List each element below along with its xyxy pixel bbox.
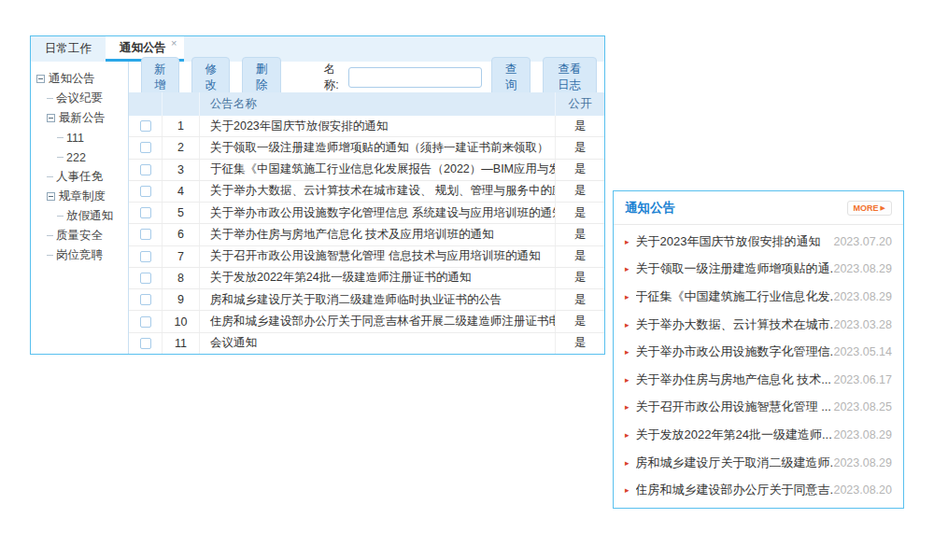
row-index: 4	[163, 181, 200, 202]
tree-branch-line	[57, 137, 64, 138]
tree-branch-line	[57, 157, 64, 158]
tree-item-label: 222	[66, 151, 86, 164]
row-checkbox[interactable]	[140, 251, 151, 262]
collapse-icon[interactable]	[47, 114, 55, 122]
more-label: MORE	[854, 203, 879, 213]
row-notice-name: 关于举办市政公用设施数字化管理信息 系统建设与应用培训班的通知	[200, 203, 556, 223]
collapse-icon[interactable]	[47, 192, 55, 201]
row-checkbox-cell	[129, 137, 163, 158]
bullet-triangle-icon: ▸	[625, 264, 630, 273]
notice-item-title: 关于召开市政公用设施智慧化管理 ...	[636, 399, 834, 415]
notice-list-item[interactable]: ▸ 关于发放2022年第24批一级建造师... 2023.08.29	[625, 421, 892, 449]
tab-label: 通知公告	[120, 40, 166, 56]
notice-list-item[interactable]: ▸ 于征集《中国建筑施工行业信息化发... 2023.08.29	[625, 283, 892, 311]
delete-button[interactable]: 删除	[242, 57, 280, 98]
name-filter-input[interactable]	[348, 67, 482, 88]
row-notice-name: 关于召开市政公用设施智慧化管理 信息技术与应用培训班的通知	[200, 246, 556, 267]
view-log-button[interactable]: 查看日志	[543, 57, 597, 98]
notice-list-item[interactable]: ▸ 关于举办大数据、云计算技术在城市... 2023.03.28	[625, 311, 892, 339]
close-icon[interactable]: ×	[171, 37, 177, 49]
tree-item[interactable]: 最新公告	[47, 108, 126, 128]
tree-item[interactable]: 岗位竞聘	[47, 245, 126, 265]
row-checkbox-cell	[129, 289, 163, 310]
row-public-flag: 是	[556, 224, 604, 245]
table-row[interactable]: 3 于征集《中国建筑施工行业信息化发展报告（2022）—BIM应用与发展》材料的…	[129, 160, 604, 181]
row-checkbox[interactable]	[140, 164, 151, 175]
table-row[interactable]: 4 关于举办大数据、云计算技术在城市建设、 规划、管理与服务中的应用培训班的..…	[129, 181, 604, 203]
row-checkbox[interactable]	[140, 120, 151, 132]
row-checkbox-cell	[129, 268, 163, 288]
bullet-triangle-icon: ▸	[625, 320, 630, 329]
table-row[interactable]: 8 关于发放2022年第24批一级建造师注册证书的通知 是	[129, 268, 604, 289]
row-checkbox[interactable]	[140, 186, 151, 197]
row-checkbox[interactable]	[140, 273, 151, 284]
query-button[interactable]: 查询	[491, 57, 530, 98]
notice-list-item[interactable]: ▸ 关于举办市政公用设施数字化管理信... 2023.05.14	[625, 338, 892, 366]
header-index-column	[163, 92, 200, 116]
table-row[interactable]: 7 关于召开市政公用设施智慧化管理 信息技术与应用培训班的通知 是	[129, 246, 604, 268]
notice-list-item[interactable]: ▸ 房和城乡建设厅关于取消二级建造师... 2023.08.29	[625, 449, 892, 477]
notice-list-item[interactable]: ▸ 关于召开市政公用设施智慧化管理 ... 2023.08.25	[625, 394, 892, 422]
notice-item-date: 2023.08.29	[833, 262, 892, 275]
tree-item[interactable]: 人事任免	[47, 167, 126, 187]
tree-item[interactable]: 会议纪要	[47, 89, 126, 108]
table-row[interactable]: 5 关于举办市政公用设施数字化管理信息 系统建设与应用培训班的通知 是	[129, 203, 604, 224]
row-checkbox[interactable]	[140, 142, 151, 153]
row-public-flag: 是	[556, 137, 604, 158]
more-button[interactable]: MORE ▶	[847, 201, 892, 216]
table-row[interactable]: 10 住房和城乡建设部办公厅关于同意吉林省开展二级建造师注册证书电子化试点的..…	[129, 311, 604, 332]
tree-item[interactable]: 通知公告	[36, 69, 126, 89]
row-checkbox-cell	[129, 116, 163, 136]
row-notice-name: 关于举办住房与房地产信息化 技术及应用培训班的通知	[200, 224, 556, 245]
tree-item-label: 人事任免	[56, 169, 103, 185]
bullet-triangle-icon: ▸	[625, 237, 630, 246]
add-button[interactable]: 新增	[141, 57, 179, 98]
row-public-flag: 是	[556, 203, 604, 223]
row-notice-name: 关于2023年国庆节放假安排的通知	[200, 116, 556, 136]
table-row[interactable]: 11 会议通知 是	[129, 333, 604, 354]
tree-item[interactable]: 放假通知	[57, 206, 126, 226]
row-notice-name: 房和城乡建设厅关于取消二级建造师临时执业证书的公告	[200, 289, 556, 310]
table-header: 公告名称 公开	[129, 92, 604, 116]
tree-branch-line	[57, 216, 64, 217]
category-tree: 通知公告 会议纪要 最新公告 111 222 人事任免 规章制度 放假通知 质量…	[31, 62, 129, 354]
row-checkbox[interactable]	[140, 229, 151, 240]
collapse-icon[interactable]	[36, 75, 45, 83]
notice-management-window: 日常工作 通知公告 × 通知公告 会议纪要 最新公告 111 222 人事任免 …	[30, 35, 605, 355]
notice-list-item[interactable]: ▸ 关于2023年国庆节放假安排的通知 2023.07.20	[625, 228, 892, 256]
header-name-column: 公告名称	[200, 92, 556, 116]
table-row[interactable]: 9 房和城乡建设厅关于取消二级建造师临时执业证书的公告 是	[129, 289, 604, 311]
notice-panel: 通知公告 MORE ▶ ▸ 关于2023年国庆节放假安排的通知 2023.07.…	[613, 190, 904, 509]
table-body: 1 关于2023年国庆节放假安排的通知 是 2 关于领取一级注册建造师增项贴的通…	[129, 116, 604, 354]
row-notice-name: 住房和城乡建设部办公厅关于同意吉林省开展二级建造师注册证书电子化试点的...	[200, 311, 556, 331]
row-checkbox-cell	[129, 224, 163, 245]
table-row[interactable]: 1 关于2023年国庆节放假安排的通知 是	[129, 116, 604, 137]
tree-item[interactable]: 质量安全	[47, 226, 126, 245]
name-filter-label: 名称:	[324, 62, 343, 93]
tree-item[interactable]: 222	[57, 147, 126, 167]
row-public-flag: 是	[556, 289, 604, 310]
notice-item-date: 2023.05.14	[833, 345, 892, 358]
tree-item[interactable]: 规章制度	[47, 187, 126, 206]
tree-branch-line	[47, 235, 53, 236]
row-checkbox-cell	[129, 203, 163, 223]
table-row[interactable]: 2 关于领取一级注册建造师增项贴的通知（须持一建证书前来领取） 是	[129, 137, 604, 159]
tab-daily-work[interactable]: 日常工作	[31, 36, 106, 62]
tree-item-label: 通知公告	[49, 71, 95, 87]
table-row[interactable]: 6 关于举办住房与房地产信息化 技术及应用培训班的通知 是	[129, 224, 604, 245]
notice-item-date: 2023.08.25	[833, 400, 892, 413]
row-checkbox[interactable]	[140, 294, 151, 305]
row-index: 2	[163, 137, 200, 158]
row-checkbox[interactable]	[140, 207, 151, 218]
notice-list-item[interactable]: ▸ 住房和城乡建设部办公厅关于同意吉... 2023.08.20	[625, 476, 892, 504]
row-index: 1	[163, 116, 200, 136]
row-checkbox[interactable]	[140, 316, 151, 328]
notice-item-date: 2023.08.29	[833, 456, 892, 469]
notice-list-item[interactable]: ▸ 关于举办住房与房地产信息化 技术... 2023.06.17	[625, 366, 892, 394]
row-checkbox[interactable]	[140, 338, 151, 349]
tree-item[interactable]: 111	[57, 128, 126, 147]
edit-button[interactable]: 修改	[191, 57, 230, 98]
row-public-flag: 是	[556, 333, 604, 354]
notice-list-item[interactable]: ▸ 关于领取一级注册建造师增项贴的通... 2023.08.29	[625, 256, 892, 284]
notice-item-title: 关于举办住房与房地产信息化 技术...	[636, 371, 834, 388]
